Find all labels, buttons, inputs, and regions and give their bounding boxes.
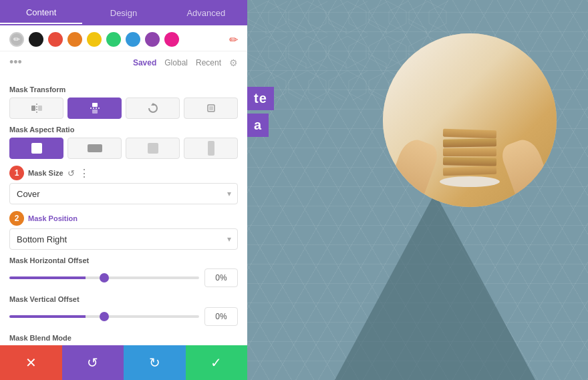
mask-position-header: 2 Mask Position: [9, 211, 238, 226]
mask-blend-label: Mask Blend Mode: [9, 334, 238, 342]
swatch-purple[interactable]: [145, 32, 160, 47]
aspect-landscape-button[interactable]: [67, 138, 122, 159]
mask-transform-label: Mask Transform: [9, 85, 238, 93]
gear-icon[interactable]: ⚙: [229, 57, 238, 68]
mask-v-offset-slider-section: 0%: [9, 307, 238, 326]
panel-content: Mask Transform Mask Aspect Ratio: [0, 73, 247, 380]
left-hand: [388, 136, 441, 198]
mask-h-offset-slider-section: 0%: [9, 268, 238, 287]
mask-position-label: Mask Position: [28, 214, 78, 222]
right-hand: [498, 136, 551, 198]
mask-position-select[interactable]: Bottom Right Center Top Left Top Center …: [9, 228, 238, 250]
mask-size-header: 1 Mask Size ↺ ⋮: [9, 166, 238, 180]
flip-v-button[interactable]: [67, 98, 122, 119]
svg-rect-4: [92, 110, 98, 114]
mask-aspect-ratio-label: Mask Aspect Ratio: [9, 126, 238, 134]
swatch-blue[interactable]: [126, 32, 140, 47]
tab-content[interactable]: Content: [0, 2, 82, 24]
settings-panel: Content Design Advanced ✏ ✏ ••• Saved Gl…: [0, 0, 247, 380]
global-tab[interactable]: Global: [164, 58, 188, 67]
text-overlay-a: a: [247, 114, 269, 137]
image-content: [383, 33, 557, 207]
mask-v-offset-label: Mask Vertical Offset: [9, 295, 238, 303]
swatch-orange[interactable]: [67, 32, 82, 47]
svg-rect-3: [92, 103, 98, 107]
mask-h-offset-slider[interactable]: [9, 276, 199, 279]
cancel-button[interactable]: ✕: [0, 345, 62, 380]
mask-size-select[interactable]: Cover Contain Auto Custom: [9, 183, 238, 204]
edit-pen-icon[interactable]: ✏: [229, 33, 238, 46]
mask-size-label: Mask Size: [28, 169, 63, 177]
aspect-tall-button[interactable]: [184, 138, 238, 159]
recent-tab[interactable]: Recent: [196, 58, 221, 67]
more-icon[interactable]: ⋮: [79, 167, 90, 180]
swatch-black[interactable]: [29, 32, 43, 47]
tab-design[interactable]: Design: [82, 3, 164, 23]
mask-position-label-text: Mask Position: [28, 214, 78, 222]
tab-bar: Content Design Advanced: [0, 0, 247, 25]
swatch-green[interactable]: [106, 32, 121, 47]
mask-v-offset-value: 0%: [204, 307, 238, 326]
blocks-stack: [440, 130, 500, 187]
undo-button[interactable]: ↺: [62, 345, 124, 380]
circle-image: [383, 33, 557, 207]
save-button[interactable]: ✓: [186, 345, 248, 380]
badge-two: 2: [9, 211, 24, 226]
svg-rect-0: [31, 106, 35, 111]
canvas-area: te a: [247, 0, 588, 380]
reset-icon[interactable]: ↺: [67, 168, 75, 178]
swatch-pink[interactable]: [164, 32, 179, 47]
preset-tabs-row: ••• Saved Global Recent ⚙: [0, 51, 247, 73]
swatch-yellow[interactable]: [87, 32, 102, 47]
mask-position-select-wrapper: Bottom Right Center Top Left Top Center …: [9, 228, 238, 250]
rotate-button[interactable]: [126, 98, 180, 119]
crop-button[interactable]: [184, 98, 238, 119]
text-overlay-te: te: [247, 87, 274, 110]
flip-h-button[interactable]: [9, 98, 63, 119]
aspect-ratio-buttons: [9, 138, 238, 159]
svg-rect-1: [38, 106, 42, 111]
action-bar: ✕ ↺ ↻ ✓: [0, 345, 247, 380]
svg-rect-8: [209, 106, 213, 110]
edit-swatch[interactable]: ✏: [9, 32, 24, 47]
mask-h-offset-slider-row: 0%: [9, 268, 238, 287]
aspect-square-button[interactable]: [9, 138, 63, 159]
triangle-shape: [335, 193, 535, 380]
mask-h-offset-label: Mask Horizontal Offset: [9, 256, 238, 264]
tab-advanced[interactable]: Advanced: [165, 3, 247, 23]
swatch-red[interactable]: [48, 32, 63, 47]
redo-button[interactable]: ↻: [124, 345, 186, 380]
mask-v-offset-slider[interactable]: [9, 315, 199, 318]
mask-size-select-wrapper: Cover Contain Auto Custom ▾: [9, 183, 238, 204]
dots-button[interactable]: •••: [9, 55, 22, 69]
color-swatches-row: ✏ ✏: [0, 25, 247, 51]
badge-one: 1: [9, 166, 24, 180]
saved-tab[interactable]: Saved: [133, 58, 156, 67]
mask-v-offset-slider-row: 0%: [9, 307, 238, 326]
aspect-portrait-button[interactable]: [126, 138, 180, 159]
transform-buttons: [9, 98, 238, 119]
mask-h-offset-value: 0%: [204, 268, 238, 287]
